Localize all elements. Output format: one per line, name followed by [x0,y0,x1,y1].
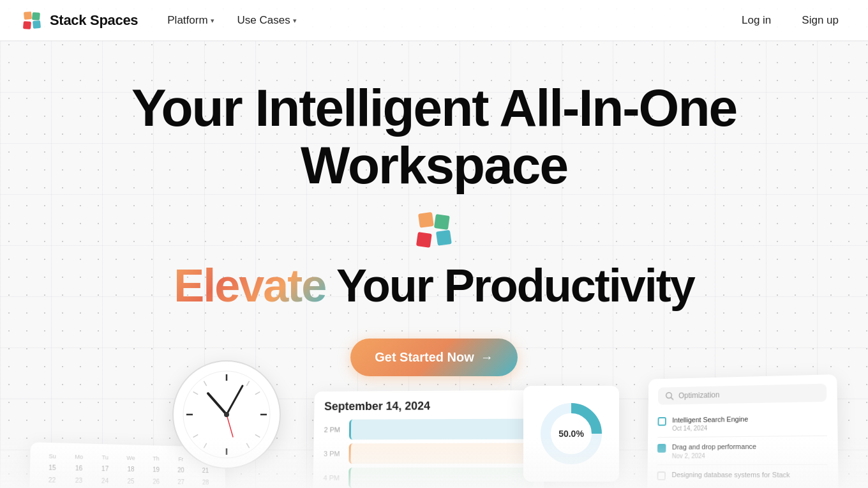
task-title: Drag and drop performance [672,442,756,452]
svg-rect-6 [416,232,432,248]
search-icon [665,392,673,400]
hero-title: Your Intelligent All-In-One Workspace [131,79,737,194]
schedule-row: 3 PM [324,443,534,464]
svg-rect-7 [436,230,452,246]
svg-line-18 [193,434,198,437]
svg-line-21 [208,393,227,415]
svg-rect-2 [23,21,31,29]
donut-value: 50.0% [558,429,584,439]
cal-day: 24 [93,475,117,487]
cal-day: 20 [169,464,193,475]
cal-header: Su [40,452,65,461]
cta-button[interactable]: Get Started Now → [350,339,518,376]
schedule-row: 4 PM [323,468,534,488]
nav-use-cases[interactable]: Use Cases ▾ [228,9,306,32]
cal-day: 28 [194,477,217,488]
cal-day: 15 [40,462,65,473]
svg-line-16 [246,443,249,448]
svg-line-14 [255,392,260,394]
nav-auth: Log in Sign up [733,9,848,32]
donut-widget: 50.0% [523,386,619,482]
logo-icon [20,9,43,32]
schedule-row: 2 PM [324,419,533,440]
hero-productivity-text: Your Productivity [326,260,694,311]
svg-rect-3 [33,20,41,28]
cal-day: 22 [39,475,64,486]
cta-arrow-icon: → [481,350,493,365]
task-content: Designing database systems for Stack [671,470,789,480]
cal-day: 27 [169,477,193,487]
task-title: Designing database systems for Stack [671,470,789,480]
clock-face [179,367,274,462]
svg-line-19 [193,392,198,394]
logo-link[interactable]: Stack Spaces [20,9,138,32]
task-content: Drag and drop performance Nov 2, 2024 [672,442,756,459]
task-row: Designing database systems for Stack [657,465,827,486]
cal-day: 23 [66,475,92,486]
task-checkbox[interactable] [658,417,666,426]
cal-header: Tu [93,453,117,462]
task-content: Intelligent Search Engine Oct 14, 2024 [672,415,748,432]
task-checkbox-checked[interactable] [657,444,666,453]
cal-day: 16 [66,462,92,474]
tasks-widget: Optimization Intelligent Search Engine O… [647,374,839,488]
chevron-down-icon: ▾ [293,17,297,25]
cal-day: 26 [144,476,168,487]
use-cases-label: Use Cases [237,14,290,27]
svg-line-17 [204,443,206,448]
task-checkbox[interactable] [657,471,666,480]
task-meta: Nov 2, 2024 [672,452,756,460]
hero-subtitle: Elevate Your Productivity [174,261,694,311]
hero-elevate-text: Elevate [174,260,326,311]
svg-point-24 [224,412,229,417]
cal-day: 17 [93,463,117,475]
schedule-date: September 14, 2024 [324,400,430,414]
schedule-block [348,443,533,464]
clock-widget [172,360,281,469]
schedule-time: 3 PM [324,450,344,457]
schedule-time: 2 PM [324,426,345,434]
schedule-block [349,419,533,440]
cal-header: We [119,454,143,463]
task-row: Drag and drop performance Nov 2, 2024 [657,436,828,465]
cta-label: Get Started Now [375,350,474,365]
nav-platform[interactable]: Platform ▾ [158,9,223,32]
svg-rect-0 [24,11,32,19]
hero-section: Your Intelligent All-In-One Workspace El… [0,41,868,376]
schedule-block [348,468,534,488]
tasks-search: Optimization [658,384,827,405]
nav-links: Platform ▾ Use Cases ▾ [158,9,733,32]
svg-line-23 [227,415,233,437]
navbar: Stack Spaces Platform ▾ Use Cases ▾ Log … [0,0,868,41]
cal-day: 25 [119,476,143,487]
schedule-header: September 14, 2024 › [324,399,532,413]
hero-title-line1: Your Intelligent All-In-One [131,79,737,137]
svg-line-20 [204,381,206,386]
task-row: Intelligent Search Engine Oct 14, 2024 [657,408,827,438]
cal-header: Mo [66,452,91,462]
cal-day: 19 [144,464,168,475]
cal-day: 18 [119,464,143,475]
svg-rect-5 [434,214,450,230]
schedule-widget: September 14, 2024 › 2 PM 3 PM 4 PM [313,390,544,488]
signup-button[interactable]: Sign up [793,9,848,32]
svg-line-22 [227,386,243,415]
login-button[interactable]: Log in [733,9,780,32]
tasks-search-text: Optimization [678,391,719,400]
chevron-down-icon: ▾ [211,17,214,25]
donut-chart: 50.0% [536,399,606,469]
svg-rect-1 [32,12,40,20]
cal-header: Th [144,454,168,464]
svg-line-13 [246,381,249,386]
svg-rect-4 [418,212,434,228]
brand-name: Stack Spaces [50,12,138,29]
task-title: Intelligent Search Engine [672,415,748,425]
schedule-time: 4 PM [323,474,343,482]
hero-logo-center [416,212,452,248]
platform-label: Platform [167,14,207,27]
hero-title-line2: Workspace [301,136,567,194]
svg-line-28 [671,397,673,399]
svg-line-15 [255,434,260,437]
task-meta: Oct 14, 2024 [672,425,748,432]
